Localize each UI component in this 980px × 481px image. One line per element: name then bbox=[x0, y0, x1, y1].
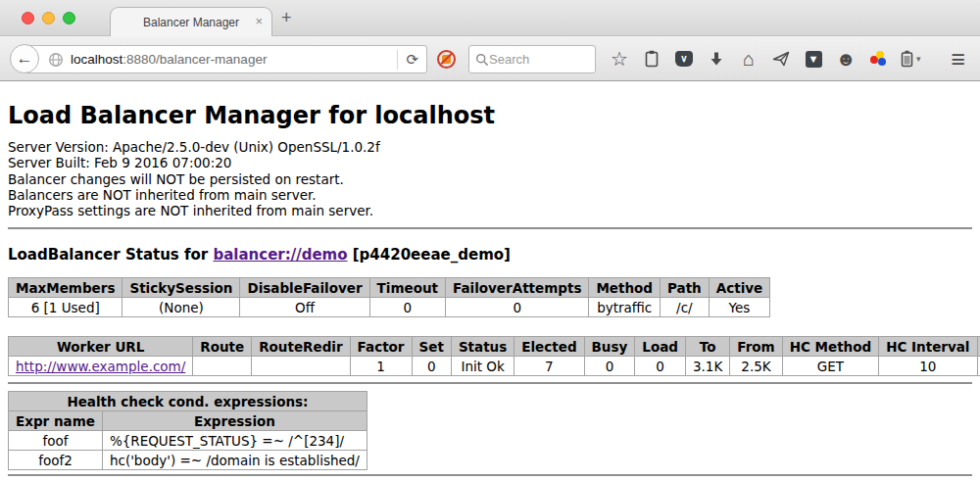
table-header: Expr name bbox=[9, 411, 103, 431]
table-header: Active bbox=[709, 278, 770, 298]
divider bbox=[8, 382, 972, 384]
url-text[interactable]: localhost:8880/balancer-manager bbox=[71, 52, 397, 67]
balancer-settings-table: MaxMembers StickySession DisableFailover… bbox=[8, 277, 770, 317]
table-header: DisableFailover bbox=[240, 278, 369, 298]
server-version-line: Server Version: Apache/2.5.0-dev (Unix) … bbox=[8, 139, 972, 155]
table-cell: 10 bbox=[879, 357, 977, 376]
server-info: Server Version: Apache/2.5.0-dev (Unix) … bbox=[8, 139, 972, 218]
send-plane-icon[interactable] bbox=[771, 48, 791, 70]
home-icon[interactable]: ⌂ bbox=[739, 48, 759, 70]
table-header: MaxMembers bbox=[9, 278, 122, 298]
table-cell: bytraffic bbox=[589, 298, 661, 317]
worker-status-table: Worker URL Route RouteRedir Factor Set S… bbox=[8, 336, 980, 376]
health-table-title: Health check cond. expressions: bbox=[9, 392, 368, 411]
globe-icon[interactable] bbox=[48, 52, 64, 68]
table-header: To bbox=[685, 337, 729, 357]
extension-dots-icon[interactable] bbox=[868, 48, 888, 70]
balancers-notice-line: Balancers are NOT inherited from main se… bbox=[8, 187, 972, 203]
menu-icon[interactable]: ≡ bbox=[952, 45, 966, 73]
table-cell: 3.1K bbox=[685, 357, 729, 376]
search-input[interactable] bbox=[489, 52, 577, 67]
expr-name-cell: foof bbox=[9, 431, 103, 451]
bookmark-star-icon[interactable]: ☆ bbox=[610, 48, 629, 70]
table-header: Busy bbox=[584, 337, 635, 357]
url-bar[interactable]: localhost:8880/balancer-manager ⟳ bbox=[24, 45, 427, 73]
clipboard-icon[interactable] bbox=[642, 48, 662, 70]
new-tab-button[interactable]: + bbox=[281, 8, 292, 28]
table-header: Method bbox=[589, 278, 661, 298]
table-header: HC Method bbox=[782, 337, 879, 357]
table-header: Set bbox=[412, 337, 451, 357]
persist-notice-line: Balancer changes will NOT be persisted o… bbox=[8, 171, 972, 187]
table-cell: Init Ok bbox=[451, 357, 514, 376]
worker-url-link[interactable]: http://www.example.com/ bbox=[16, 359, 185, 374]
health-check-table: Health check cond. expressions: Expr nam… bbox=[8, 391, 368, 470]
table-header: Factor bbox=[350, 337, 412, 357]
table-row: http://www.example.com/ 1 0 Init Ok 7 0 … bbox=[9, 357, 980, 376]
window-close-button[interactable] bbox=[22, 12, 34, 24]
expression-cell: hc('body') =~ /domain is established/ bbox=[102, 451, 367, 470]
expr-name-cell: foof2 bbox=[9, 451, 103, 470]
table-cell: 0 bbox=[584, 357, 635, 376]
tab-balancer-manager[interactable]: Balancer Manager × bbox=[110, 7, 272, 36]
downloads-icon[interactable] bbox=[707, 48, 726, 70]
proxypass-notice-line: ProxyPass settings are NOT inherited fro… bbox=[8, 203, 972, 218]
table-row: foof2 hc('body') =~ /domain is establish… bbox=[9, 451, 368, 470]
expression-cell: %{REQUEST_STATUS} =~ /^[234]/ bbox=[102, 431, 367, 451]
tab-title: Balancer Manager bbox=[143, 16, 239, 29]
table-cell: 0 bbox=[369, 298, 445, 317]
search-box[interactable] bbox=[468, 45, 596, 73]
divider bbox=[8, 227, 972, 229]
smiley-icon[interactable]: ☻ bbox=[836, 48, 856, 70]
status-heading-prefix: LoadBalancer Status for bbox=[8, 246, 213, 264]
video-download-icon[interactable]: ▼ bbox=[804, 48, 823, 70]
tab-strip: Balancer Manager × + bbox=[0, 0, 980, 36]
chevron-down-icon[interactable]: ▾ bbox=[916, 54, 921, 64]
table-cell bbox=[252, 357, 350, 376]
search-icon bbox=[475, 53, 489, 67]
window-zoom-button[interactable] bbox=[63, 12, 75, 24]
url-domain: localhost bbox=[71, 52, 122, 67]
table-cell: Yes bbox=[709, 298, 770, 317]
table-cell: 7 bbox=[514, 357, 584, 376]
back-button[interactable]: ← bbox=[10, 44, 39, 73]
table-header: Path bbox=[661, 278, 710, 298]
table-header: From bbox=[730, 337, 782, 357]
table-header: Expression bbox=[102, 411, 367, 431]
table-cell: (None) bbox=[122, 298, 240, 317]
table-header-row: Expr name Expression bbox=[9, 411, 368, 431]
table-cell: /c/ bbox=[661, 298, 710, 317]
table-cell: 0 bbox=[412, 357, 451, 376]
page-title: Load Balancer Manager for localhost bbox=[8, 102, 972, 129]
table-header-row: MaxMembers StickySession DisableFailover… bbox=[9, 278, 770, 298]
table-row: foof %{REQUEST_STATUS} =~ /^[234]/ bbox=[9, 431, 368, 451]
table-header: HC Interval bbox=[879, 337, 977, 357]
battery-extension-icon[interactable]: ▾ bbox=[901, 50, 921, 68]
server-built-line: Server Built: Feb 9 2016 07:00:20 bbox=[8, 155, 972, 170]
window-minimize-button[interactable] bbox=[42, 12, 55, 24]
table-header-row: Worker URL Route RouteRedir Factor Set S… bbox=[9, 337, 980, 357]
table-cell: GET bbox=[782, 357, 879, 376]
url-path: :8880/balancer-manager bbox=[122, 52, 267, 67]
table-header: Worker URL bbox=[9, 337, 193, 357]
table-cell: 0 bbox=[635, 357, 686, 376]
loadbalancer-status-heading: LoadBalancer Status for balancer://demo … bbox=[8, 246, 972, 264]
navigation-toolbar: ← localhost:8880/balancer-manager ⟳ ☆ ∨ bbox=[0, 36, 980, 81]
reload-button[interactable]: ⟳ bbox=[406, 51, 418, 69]
status-heading-suffix: [p4420eeae_demo] bbox=[348, 246, 511, 264]
pocket-icon[interactable]: ∨ bbox=[674, 48, 694, 70]
table-header: Status bbox=[451, 337, 514, 357]
table-header: FailoverAttempts bbox=[446, 278, 589, 298]
divider bbox=[8, 474, 972, 476]
table-header: Load bbox=[635, 337, 686, 357]
tab-close-icon[interactable]: × bbox=[255, 15, 263, 27]
content-blocked-icon[interactable] bbox=[437, 50, 456, 69]
url-divider bbox=[397, 50, 398, 70]
table-cell: 1 bbox=[350, 357, 412, 376]
table-title-row: Health check cond. expressions: bbox=[9, 392, 368, 411]
browser-chrome: Balancer Manager × + ← localhost:8880/ba… bbox=[0, 0, 980, 82]
balancer-demo-link[interactable]: balancer://demo bbox=[213, 246, 347, 264]
table-header: StickySession bbox=[122, 278, 240, 298]
window-controls bbox=[22, 12, 75, 24]
table-row: 6 [1 Used] (None) Off 0 0 bytraffic /c/ … bbox=[9, 298, 770, 317]
